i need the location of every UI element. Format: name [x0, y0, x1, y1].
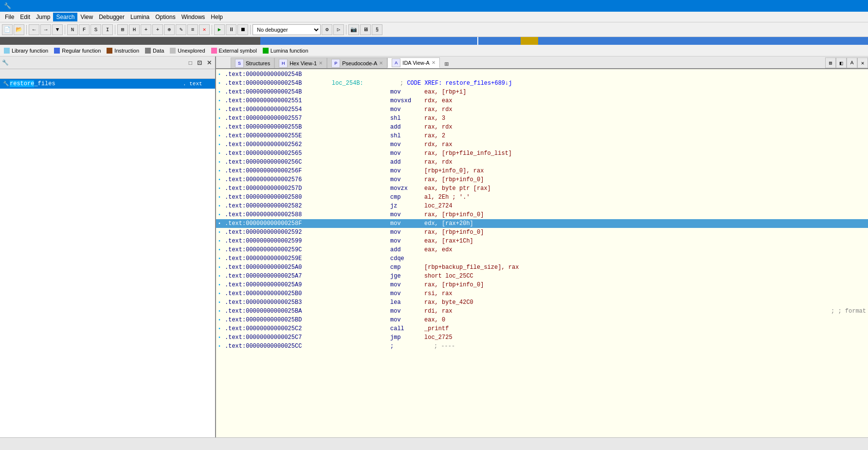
- legend-bar: Library function Regular function Instru…: [0, 45, 868, 56]
- cancel-button[interactable]: ✕: [199, 24, 210, 35]
- asm-line[interactable]: •.text:0000000000002588movrax, [rbp+info…: [216, 210, 868, 219]
- asm-bullet: •: [218, 247, 225, 253]
- function-row[interactable]: 🔧restore_files. text: [0, 79, 215, 89]
- menu-item-windows[interactable]: Windows: [179, 13, 208, 21]
- asm-line[interactable]: •.text:000000000000255Baddrax, rdx: [216, 123, 868, 131]
- asm-line[interactable]: •.text:00000000000025B3learax, byte_42C0: [216, 298, 868, 307]
- asm-mnemonic: add: [390, 124, 424, 131]
- panel-minimize[interactable]: □: [187, 59, 194, 67]
- asm-line[interactable]: •.text:00000000000025BAmovrdi, rax; ; fo…: [216, 307, 868, 316]
- panel-close[interactable]: ✕: [205, 59, 213, 67]
- tab-hex-view-1[interactable]: HHex View-1✕: [274, 57, 327, 68]
- tab-structures[interactable]: SStructures: [231, 57, 274, 68]
- asm-line[interactable]: •.text:0000000000002557shlrax, 3: [216, 114, 868, 123]
- asm-line[interactable]: •.text:00000000000025CC;; ----: [216, 342, 868, 351]
- asm-line[interactable]: •.text:000000000000258Fmovedx, [rax+20h]: [216, 219, 868, 228]
- asm-line[interactable]: •.text:00000000000025A0cmp[rbp+backup_fi…: [216, 263, 868, 272]
- xref-link[interactable]: CODE XREF: restore_files+689↓j: [407, 80, 512, 87]
- functions-button[interactable]: F: [79, 24, 90, 35]
- asm-address: .text:0000000000002551: [225, 97, 332, 104]
- debugger-select[interactable]: No debugger Local Windows debugger Remot…: [253, 24, 321, 35]
- menu-item-edit[interactable]: Edit: [17, 13, 33, 21]
- graph-view-button[interactable]: ⊞: [117, 24, 128, 35]
- strings-button[interactable]: S: [90, 24, 101, 35]
- forward-button[interactable]: →: [40, 24, 51, 35]
- asm-operands: al, 2Eh ; '.': [424, 194, 866, 201]
- asm-line[interactable]: •.text:00000000000025BDmoveax, 0: [216, 316, 868, 324]
- asm-operands: rax, 3: [424, 115, 866, 122]
- asm-line[interactable]: •.text:00000000000025A9movrax, [rbp+info…: [216, 281, 868, 289]
- patch-button[interactable]: ✎: [176, 24, 186, 35]
- names-button[interactable]: N: [67, 24, 78, 35]
- map-button[interactable]: ⊕: [164, 24, 175, 35]
- asm-address: .text:00000000000025BD: [225, 317, 332, 323]
- tab-ida-view-a[interactable]: AIDA View-A✕: [387, 57, 439, 68]
- sig-button[interactable]: ≡: [187, 24, 198, 35]
- disasm-view[interactable]: •.text:000000000000254B•.text:0000000000…: [216, 69, 868, 437]
- asm-line[interactable]: •.text:0000000000002551movsxdrdx, eax: [216, 96, 868, 105]
- layout-icon[interactable]: ◧: [836, 57, 847, 68]
- asm-operands: [rbp+backup_file_size], rax: [424, 264, 866, 271]
- legend-external: External symbol: [211, 48, 257, 54]
- asm-line[interactable]: •.text:00000000000025B0movrsi, rax: [216, 289, 868, 298]
- tiles-icon[interactable]: ⊞: [825, 57, 836, 68]
- tab-pseudocode-a[interactable]: PPseudocode-A✕: [327, 57, 387, 68]
- menu-item-file[interactable]: File: [2, 13, 17, 21]
- tab-scroll-left[interactable]: ⊞: [440, 60, 453, 68]
- run-button[interactable]: ▶: [214, 24, 225, 35]
- asm-line[interactable]: •.text:00000000000025C7jmploc_2725: [216, 333, 868, 342]
- menu-item-search[interactable]: Search: [53, 13, 77, 21]
- nav-bar[interactable]: [0, 37, 868, 45]
- asm-line[interactable]: •.text:0000000000002562movrdx, rax: [216, 140, 868, 149]
- asm-line[interactable]: •.text:000000000000254B: [216, 70, 868, 79]
- asm-line[interactable]: •.text:0000000000002599moveax, [rax+1Ch]: [216, 237, 868, 245]
- asm-line[interactable]: •.text:0000000000002592movrax, [rbp+info…: [216, 228, 868, 237]
- extra-close-icon[interactable]: ✕: [857, 57, 868, 68]
- asm-bullet: •: [218, 256, 225, 262]
- panel-restore[interactable]: ⊡: [196, 59, 203, 67]
- debugger-btn1[interactable]: ⚙: [322, 24, 332, 35]
- new-button[interactable]: 📄: [2, 24, 13, 35]
- imports-button[interactable]: I: [102, 24, 113, 35]
- stop-button[interactable]: ⏹: [237, 24, 248, 35]
- asm-line[interactable]: •.text:0000000000002582jzloc_2724: [216, 202, 868, 210]
- script-button[interactable]: §: [372, 24, 382, 35]
- debugger-btn2[interactable]: ▷: [333, 24, 344, 35]
- nav-arrow[interactable]: ▼: [52, 24, 63, 35]
- open-button[interactable]: 📂: [14, 24, 24, 35]
- monitor-button[interactable]: 🖥: [360, 24, 371, 35]
- font-icon[interactable]: A: [847, 57, 857, 68]
- pause-button[interactable]: ⏸: [226, 24, 236, 35]
- asm-line[interactable]: •.text:0000000000002554movrax, rdx: [216, 105, 868, 114]
- snapshot-button[interactable]: 📷: [348, 24, 359, 35]
- menu-item-jump[interactable]: Jump: [33, 13, 53, 21]
- functions-list[interactable]: 🔧restore_files. text: [0, 79, 215, 437]
- asm-line[interactable]: •.text:0000000000002565movrax, [rbp+file…: [216, 149, 868, 158]
- tab-close-ida-view-a[interactable]: ✕: [432, 60, 435, 65]
- asm-line[interactable]: •.text:000000000000254Bloc_254B:; CODE X…: [216, 79, 868, 88]
- asm-line[interactable]: •.text:0000000000002576movrax, [rbp+info…: [216, 175, 868, 184]
- tab-close-hex-view-1[interactable]: ✕: [319, 60, 323, 66]
- tab-close-pseudocode-a[interactable]: ✕: [379, 60, 383, 66]
- asm-line[interactable]: •.text:0000000000002580cmpal, 2Eh ; '.': [216, 193, 868, 202]
- asm-line[interactable]: •.text:000000000000255Eshlrax, 2: [216, 131, 868, 140]
- asm-line[interactable]: •.text:000000000000259Caddeax, edx: [216, 245, 868, 254]
- legend-regular-label: Regular function: [62, 48, 101, 54]
- menu-item-options[interactable]: Options: [152, 13, 178, 21]
- asm-line[interactable]: •.text:00000000000025A7jgeshort loc_25CC: [216, 272, 868, 281]
- menu-item-debugger[interactable]: Debugger: [96, 13, 127, 21]
- create-func-button[interactable]: +: [141, 24, 151, 35]
- asm-line[interactable]: •.text:00000000000025C2call_printf: [216, 324, 868, 333]
- add-seg-button[interactable]: +: [152, 24, 163, 35]
- asm-line[interactable]: •.text:000000000000256Fmov[rbp+info_0], …: [216, 167, 868, 175]
- asm-line[interactable]: •.text:000000000000254Bmoveax, [rbp+i]: [216, 88, 868, 96]
- asm-line[interactable]: •.text:000000000000259Ecdqe: [216, 254, 868, 263]
- menu-item-help[interactable]: Help: [208, 13, 226, 21]
- menu-item-lumina[interactable]: Lumina: [127, 13, 152, 21]
- asm-line[interactable]: •.text:000000000000256Caddrax, rdx: [216, 158, 868, 167]
- asm-line[interactable]: •.text:000000000000257Dmovzxeax, byte pt…: [216, 184, 868, 193]
- hex-button[interactable]: H: [129, 24, 140, 35]
- back-button[interactable]: ←: [29, 24, 39, 35]
- menu-item-view[interactable]: View: [77, 13, 96, 21]
- legend-regular-dot: [54, 48, 60, 54]
